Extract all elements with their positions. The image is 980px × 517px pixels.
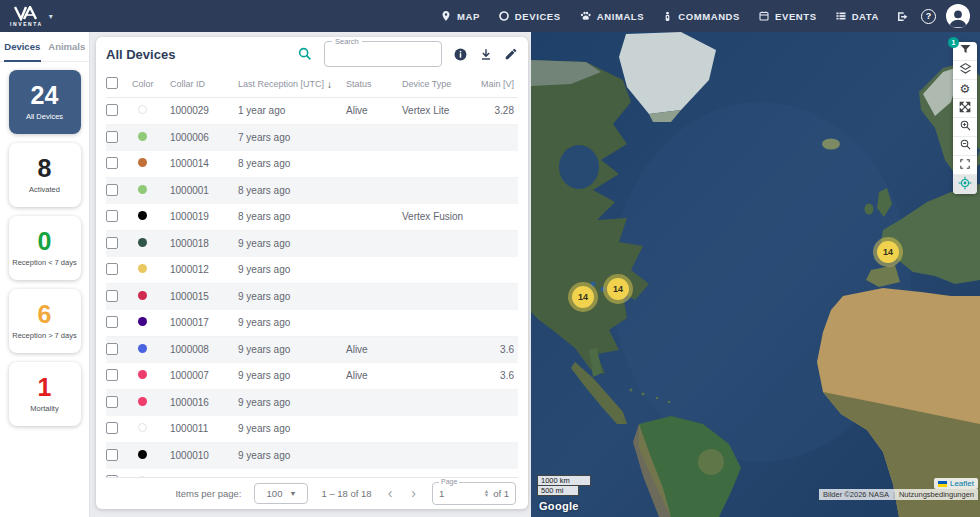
table-row[interactable]: 1000008 9 years ago Alive 3.6	[106, 337, 518, 364]
help-icon[interactable]: ?	[921, 9, 936, 24]
row-checkbox[interactable]	[106, 290, 118, 302]
card-label: Reception > 7 days	[12, 331, 76, 340]
table-row[interactable]: 1000011 9 years ago	[106, 416, 518, 443]
table-row[interactable]: 1000006 7 years ago	[106, 125, 518, 152]
card-all-devices[interactable]: 24 All Devices	[9, 70, 81, 134]
table-row[interactable]: 1000018 9 years ago	[106, 231, 518, 258]
color-dot	[138, 132, 147, 141]
tab-devices[interactable]: Devices	[0, 32, 45, 61]
card-mortality[interactable]: 1 Mortality	[9, 362, 81, 426]
row-checkbox[interactable]	[106, 396, 118, 408]
layers-icon	[959, 61, 972, 79]
cell-collar-id: 1000006	[170, 132, 238, 143]
page-stepper[interactable]: ▲▼	[484, 489, 489, 498]
nav-item-devices[interactable]: DEVICES	[498, 10, 561, 22]
download-icon[interactable]	[479, 47, 493, 62]
user-avatar[interactable]	[946, 4, 970, 28]
card-value: 6	[38, 302, 52, 327]
nav-item-commands[interactable]: COMMANDS	[662, 10, 740, 23]
table-title: All Devices	[106, 47, 175, 62]
row-checkbox[interactable]	[106, 210, 118, 222]
nav-item-map[interactable]: MAP	[440, 10, 480, 22]
row-checkbox[interactable]	[106, 237, 118, 249]
cell-status: Alive	[346, 370, 402, 381]
locate-button[interactable]	[953, 175, 977, 194]
settings-button[interactable]: ⚙	[953, 80, 977, 99]
table-row[interactable]: 1000017 9 years ago	[106, 310, 518, 337]
col-color: Color	[132, 79, 170, 89]
row-checkbox[interactable]	[106, 449, 118, 461]
select-all-checkbox[interactable]	[106, 77, 118, 89]
terms-link[interactable]: Nutzungsbedingungen	[899, 490, 974, 499]
color-dot	[138, 158, 147, 167]
zoom-in-button[interactable]	[953, 118, 977, 137]
zoom-out-button[interactable]	[953, 137, 977, 156]
col-last-reception[interactable]: Last Reception [UTC] ↓	[238, 79, 346, 90]
marker-cluster[interactable]: 14	[607, 278, 629, 300]
items-per-page-select[interactable]: 100 ▼	[254, 483, 308, 504]
row-checkbox[interactable]	[106, 184, 118, 196]
row-checkbox[interactable]	[106, 475, 118, 477]
prev-page-button[interactable]: ‹	[385, 485, 396, 501]
filter-button[interactable]: 1	[953, 42, 977, 61]
table-row[interactable]: 1000007 9 years ago Alive 3.6	[106, 363, 518, 390]
search-icon[interactable]	[297, 46, 313, 62]
map-panel[interactable]: 14 14 14 1 ⚙	[531, 32, 980, 517]
color-dot	[138, 397, 147, 406]
nav-item-animals[interactable]: ANIMALS	[579, 10, 644, 22]
marker-cluster[interactable]: 14	[877, 241, 899, 263]
export-icon[interactable]	[895, 9, 911, 24]
next-page-button[interactable]: ›	[408, 485, 419, 501]
info-icon[interactable]	[453, 47, 468, 62]
row-checkbox[interactable]	[106, 343, 118, 355]
cell-status: Alive	[346, 344, 402, 355]
table-row[interactable]: 1000019 8 years ago Vertex Fusion	[106, 204, 518, 231]
row-checkbox[interactable]	[106, 131, 118, 143]
table-row[interactable]: 1000029 1 year ago Alive Vertex Lite 3.2…	[106, 98, 518, 125]
gear-icon: ⚙	[960, 83, 971, 95]
nav-item-data[interactable]: DATA	[835, 10, 879, 22]
left-sidebar: Devices Animals 24 All Devices 8 Activat…	[0, 32, 90, 517]
row-checkbox[interactable]	[106, 157, 118, 169]
brand-logo[interactable]: INVENTA ▾	[10, 6, 53, 27]
card-activated[interactable]: 8 Activated	[9, 143, 81, 207]
row-checkbox[interactable]	[106, 263, 118, 275]
table-row[interactable]: 1000010 9 years ago	[106, 443, 518, 470]
page-number-value[interactable]: 1	[439, 488, 444, 499]
row-checkbox[interactable]	[106, 104, 118, 116]
sort-desc-icon: ↓	[327, 79, 332, 90]
sidebar-tabs: Devices Animals	[0, 32, 89, 62]
cell-device-type: Vertex Fusion	[402, 211, 480, 222]
collapse-markers-button[interactable]	[953, 99, 977, 118]
row-checkbox[interactable]	[106, 316, 118, 328]
card-label: Reception < 7 days	[12, 258, 76, 267]
row-checkbox[interactable]	[106, 369, 118, 381]
card-reception-recent[interactable]: 0 Reception < 7 days	[9, 216, 81, 280]
tab-animals[interactable]: Animals	[45, 32, 90, 61]
brand-dropdown-caret[interactable]: ▾	[49, 12, 53, 21]
leaflet-attribution[interactable]: Leaflet	[934, 478, 978, 489]
layers-button[interactable]	[953, 61, 977, 80]
marker-cluster[interactable]: 14	[572, 286, 594, 308]
table-row[interactable]	[106, 469, 518, 477]
inventa-logo-icon: INVENTA	[10, 6, 43, 27]
color-dot	[138, 211, 147, 220]
row-checkbox[interactable]	[106, 422, 118, 434]
table-row[interactable]: 1000014 8 years ago	[106, 151, 518, 178]
color-dot	[138, 450, 147, 459]
col-status: Status	[346, 79, 402, 89]
cell-collar-id: 1000019	[170, 211, 238, 222]
table-row[interactable]: 1000016 9 years ago	[106, 390, 518, 417]
cell-last-reception: 9 years ago	[238, 344, 346, 355]
table-row[interactable]: 1000015 9 years ago	[106, 284, 518, 311]
card-reception-old[interactable]: 6 Reception > 7 days	[9, 289, 81, 353]
nav-item-events[interactable]: EVENTS	[758, 10, 817, 22]
table-row[interactable]: 1000001 8 years ago	[106, 178, 518, 205]
fullscreen-button[interactable]	[953, 156, 977, 175]
edit-pencil-icon[interactable]	[504, 47, 518, 61]
table-row[interactable]: 1000012 9 years ago	[106, 257, 518, 284]
cell-last-reception: 8 years ago	[238, 211, 346, 222]
color-dot	[138, 476, 147, 477]
cell-main-v: 3.28	[480, 105, 518, 116]
cell-last-reception: 9 years ago	[238, 291, 346, 302]
